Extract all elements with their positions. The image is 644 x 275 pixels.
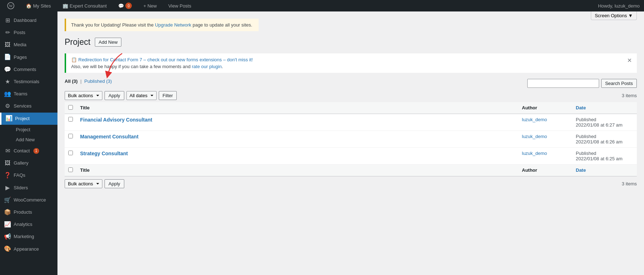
- sidebar-subitem-project[interactable]: Project: [11, 125, 57, 135]
- post-title-link[interactable]: Financial Advisory Consultant: [80, 117, 152, 123]
- row-date-cell: Published 2022/01/08 at 6:26 am: [572, 131, 637, 147]
- site-name-label: Expert Consultant: [70, 3, 107, 9]
- date-value: 2022/01/08 at 6:26 am: [576, 139, 633, 144]
- rate-plugin-link[interactable]: rate our plugin: [192, 64, 222, 69]
- sidebar-item-label: Project: [15, 115, 29, 122]
- dismiss-notice-button[interactable]: ✕: [625, 56, 634, 65]
- apply-button-top[interactable]: Apply: [105, 91, 124, 100]
- new-content-button[interactable]: + New: [140, 0, 159, 11]
- author-link[interactable]: luzuk_demo: [522, 134, 547, 139]
- filter-button[interactable]: Filter: [159, 91, 177, 100]
- sidebar-item-pages[interactable]: 📄 Pages: [0, 51, 57, 63]
- sidebar-item-woocommerce[interactable]: 🛒 WooCommerce: [0, 194, 57, 206]
- sidebar-item-comments[interactable]: 💬 Comments: [0, 63, 57, 76]
- bulk-actions-select-bottom[interactable]: Bulk actions: [65, 179, 102, 188]
- select-all-checkbox-bottom[interactable]: [68, 167, 73, 172]
- subsubsub: All (3) | Published (3): [65, 79, 112, 84]
- sidebar-item-label: Sliders: [14, 185, 28, 191]
- date-filter-select[interactable]: All dates: [126, 91, 157, 100]
- tfoot-title[interactable]: Title: [77, 164, 518, 176]
- sidebar-item-marketing[interactable]: 📢 Marketing: [0, 231, 57, 243]
- all-filter-link[interactable]: All (3): [65, 79, 79, 84]
- svg-text:W: W: [9, 4, 13, 8]
- wp-logo-button[interactable]: W: [4, 0, 17, 11]
- th-title[interactable]: Title: [77, 102, 518, 114]
- row-checkbox[interactable]: [68, 151, 73, 155]
- table-row: Management Consultant luzuk_demo Publish…: [65, 131, 637, 147]
- howdy-text: Howdy, luzuk_demo: [598, 3, 640, 9]
- sidebar-item-appearance[interactable]: 🎨 Appearance: [0, 243, 57, 255]
- author-link[interactable]: luzuk_demo: [522, 151, 547, 156]
- admin-bar: W 🏠 My Sites 🏢 Expert Consultant 💬 0 + N…: [0, 0, 644, 11]
- date-sort-link-bottom[interactable]: Date: [576, 167, 586, 173]
- published-filter-link[interactable]: Published (3): [84, 79, 112, 84]
- sidebar-item-label: Pages: [14, 54, 27, 61]
- subitem-label: Add New: [16, 137, 35, 143]
- comments-button[interactable]: 💬 0: [115, 0, 135, 11]
- view-posts-label: View Posts: [168, 3, 191, 9]
- row-checkbox[interactable]: [68, 134, 73, 138]
- author-link[interactable]: luzuk_demo: [522, 117, 547, 122]
- published-label: Published: [84, 79, 105, 84]
- date-status: Published: [576, 117, 633, 122]
- contact-badge: 1: [33, 148, 39, 154]
- site-name-button[interactable]: 🏢 Expert Consultant: [60, 0, 110, 11]
- tfoot-date[interactable]: Date: [572, 164, 637, 176]
- update-notice-text-before: Thank you for Updating! Please visit the: [71, 22, 155, 28]
- post-title-link[interactable]: Strategy Consultant: [80, 151, 128, 156]
- sidebar-item-teams[interactable]: 👥 Teams: [0, 88, 57, 100]
- sidebar-item-dashboard[interactable]: ⊞ Dashboard: [0, 14, 57, 27]
- row-checkbox-cell: [65, 114, 77, 131]
- my-sites-icon: 🏠: [26, 3, 32, 9]
- plugin-notice-text2-after: .: [222, 64, 223, 69]
- view-posts-button[interactable]: View Posts: [165, 0, 194, 11]
- woocommerce-icon: 🛒: [4, 197, 11, 203]
- add-new-button[interactable]: Add New: [95, 38, 122, 47]
- search-posts-input[interactable]: [527, 79, 599, 88]
- my-sites-button[interactable]: 🏠 My Sites: [23, 0, 54, 11]
- sidebar-item-analytics[interactable]: 📈 Analytics: [0, 218, 57, 231]
- upgrade-network-link[interactable]: Upgrade Network: [155, 22, 191, 28]
- products-icon: 📦: [4, 209, 11, 215]
- sidebar-item-posts[interactable]: ✏ Posts: [0, 27, 57, 39]
- post-title-link[interactable]: Management Consultant: [80, 134, 139, 139]
- select-all-checkbox-top[interactable]: [68, 105, 73, 110]
- date-sort-link[interactable]: Date: [576, 105, 586, 110]
- toolbar-top: Bulk actions Apply All dates Filter 3 it…: [65, 91, 637, 100]
- comments-icon: 💬: [4, 66, 11, 73]
- plugin-notice-text2: Also, we will be happy if you can take a…: [71, 64, 192, 69]
- sidebar-item-label: Comments: [14, 66, 36, 73]
- col-title-label: Title: [80, 105, 90, 110]
- sidebar-item-label: Marketing: [14, 233, 34, 240]
- apply-button-bottom[interactable]: Apply: [105, 179, 124, 188]
- date-value: 2022/01/08 at 6:25 am: [576, 156, 633, 161]
- screen-options-button[interactable]: Screen Options ▼: [591, 11, 637, 20]
- sidebar-item-label: Analytics: [14, 221, 32, 228]
- row-title-cell: Strategy Consultant: [77, 147, 518, 164]
- table-body: Financial Advisory Consultant luzuk_demo…: [65, 114, 637, 164]
- sidebar-item-testimonials[interactable]: ★ Testimonials: [0, 76, 57, 88]
- sidebar-item-label: Dashboard: [14, 17, 37, 24]
- subsubsub-row: All (3) | Published (3) Search Posts: [65, 79, 637, 88]
- sidebar-item-media[interactable]: 🖼 Media: [0, 39, 57, 51]
- subitem-label: Project: [16, 127, 30, 133]
- row-author-cell: luzuk_demo: [518, 114, 572, 131]
- sidebar-item-gallery[interactable]: 🖼 Gallery: [0, 157, 57, 169]
- search-posts-button[interactable]: Search Posts: [601, 79, 637, 88]
- sidebar-item-faqs[interactable]: ❓ FAQs: [0, 169, 57, 181]
- row-checkbox[interactable]: [68, 117, 73, 122]
- plugin-notice-link[interactable]: Redirection for Contact Form 7 – check o…: [78, 57, 253, 62]
- media-icon: 🖼: [4, 42, 11, 48]
- items-count-top: 3 items: [622, 93, 637, 98]
- all-count: (3): [72, 79, 78, 84]
- update-notice: Thank you for Updating! Please visit the…: [65, 19, 259, 31]
- sidebar-item-products[interactable]: 📦 Products: [0, 206, 57, 218]
- bulk-actions-select-top[interactable]: Bulk actions: [65, 91, 102, 100]
- sidebar-item-sliders[interactable]: ▶ Sliders: [0, 182, 57, 194]
- sidebar-subitem-add-new[interactable]: Add New: [11, 135, 57, 145]
- sidebar-item-contact[interactable]: ✉ Contact 1: [0, 145, 57, 157]
- sidebar-item-project[interactable]: 📊 Project: [0, 113, 57, 125]
- project-icon: 📊: [6, 115, 12, 122]
- th-date[interactable]: Date: [572, 102, 637, 114]
- sidebar-item-services[interactable]: ⚙ Services: [0, 100, 57, 112]
